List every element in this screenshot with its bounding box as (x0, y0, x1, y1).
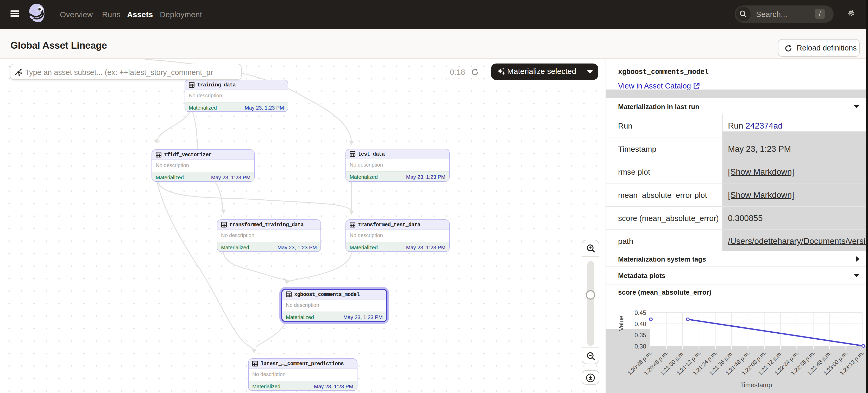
svg-text:Timestamp: Timestamp (740, 381, 772, 389)
svg-text:Value: Value (618, 316, 625, 331)
svg-text:0.35: 0.35 (634, 332, 646, 338)
svg-text:0.30: 0.30 (634, 343, 646, 350)
svg-text:0.40: 0.40 (634, 321, 646, 327)
svg-text:0.45: 0.45 (634, 309, 646, 316)
